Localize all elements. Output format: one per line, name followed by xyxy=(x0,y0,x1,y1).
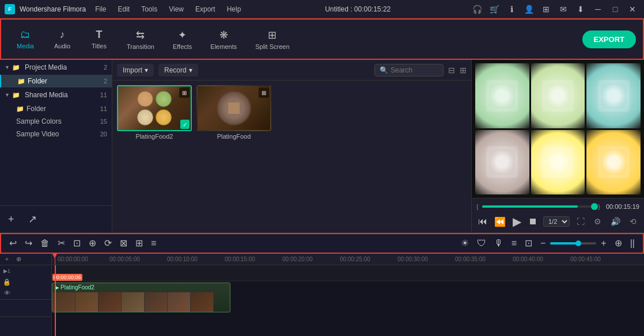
project-media-header[interactable]: ▼ 📁 Project Media 2 xyxy=(0,60,112,75)
fullscreen-button[interactable]: ⛶ xyxy=(574,216,587,227)
shared-media-section: ▼ 📁 Shared Media 11 📁 Folder 11 Sample C… xyxy=(0,87,112,140)
split-button[interactable]: ⊞ xyxy=(132,235,146,251)
tool-titles[interactable]: T Titles xyxy=(82,25,116,53)
zoom-in-button[interactable]: ⊕ xyxy=(85,235,100,251)
cart-icon[interactable]: 🛒 xyxy=(487,2,501,16)
menu-edit[interactable]: Edit xyxy=(113,4,135,14)
keyframe-button[interactable]: ⊡ xyxy=(521,235,536,251)
color-button[interactable]: ≡ xyxy=(147,236,160,251)
crop-button[interactable]: ⊡ xyxy=(70,235,84,251)
media-thumb-platingfood2[interactable]: ⊞ ✓ xyxy=(117,85,192,131)
sidebar-item-project-folder[interactable]: 📁 Folder 2 xyxy=(0,75,112,87)
stop-button[interactable]: ⏹ xyxy=(527,215,539,228)
menu-export[interactable]: Export xyxy=(191,4,220,14)
main-toolbar: 🗂 Media ♪ Audio T Titles ⇆ Transition ✦ … xyxy=(0,18,644,60)
close-button[interactable]: ✕ xyxy=(626,2,639,16)
search-input[interactable] xyxy=(391,66,442,74)
tool-transition[interactable]: ⇆ Transition xyxy=(119,25,162,54)
media-label-platingfood: PlatingFood xyxy=(196,133,271,140)
redo-button[interactable]: ↪ xyxy=(21,235,36,251)
sample-colors-count: 15 xyxy=(100,118,107,125)
sidebar-item-sample-colors[interactable]: Sample Colors 15 xyxy=(0,115,112,128)
media-toolbar: Import ▾ Record ▾ 🔍 ⊟ ⊞ xyxy=(112,60,471,81)
sidebar-action-button[interactable]: ↗ xyxy=(25,211,40,228)
clip-name: PlatingFood2 xyxy=(60,284,94,291)
track-icons: ▶1 🔒 👁 xyxy=(2,266,12,297)
ruler-mark-0: 00:00:00:00 xyxy=(52,256,88,262)
shared-media-header[interactable]: ▼ 📁 Shared Media 11 xyxy=(0,87,112,102)
frame-back-button[interactable]: ⏪ xyxy=(493,215,507,228)
info-icon[interactable]: ℹ xyxy=(505,2,518,16)
rotate-button[interactable]: ⟳ xyxy=(101,235,115,251)
media-thumb-platingfood[interactable]: ⊞ xyxy=(196,85,271,131)
sidebar-item-sample-video[interactable]: Sample Video 20 xyxy=(0,128,112,140)
undo-button[interactable]: ↩ xyxy=(6,235,20,251)
brightness-button[interactable]: ☀ xyxy=(457,235,472,251)
menu-file[interactable]: File xyxy=(90,4,111,14)
zoom-in-timeline[interactable]: + xyxy=(597,236,609,251)
menu-view[interactable]: View xyxy=(164,4,188,14)
progress-handle[interactable] xyxy=(591,203,598,210)
mic-button[interactable]: 🎙 xyxy=(491,236,507,251)
maximize-button[interactable]: □ xyxy=(608,2,622,16)
video-clip-platingfood2[interactable]: ▶ PlatingFood2 xyxy=(52,282,230,312)
shield-button[interactable]: 🛡 xyxy=(473,236,490,251)
clip-frame-3 xyxy=(99,292,122,312)
preview-video xyxy=(472,60,644,198)
record-button[interactable]: Record ▾ xyxy=(158,64,198,77)
export-button[interactable]: EXPORT xyxy=(582,30,636,48)
tool-effects[interactable]: ✦ Effects xyxy=(165,25,200,54)
sidebar-add-button[interactable]: + xyxy=(5,211,18,228)
settings-icon[interactable]: ⚙ xyxy=(592,216,604,227)
add-marker-button[interactable]: + xyxy=(2,254,12,264)
user-icon[interactable]: 👤 xyxy=(522,2,536,16)
tool-audio[interactable]: ♪ Audio xyxy=(45,25,79,53)
zoom-slider[interactable] xyxy=(550,242,596,245)
download-icon[interactable]: ⬇ xyxy=(574,2,588,16)
project-media-count: 2 xyxy=(104,64,107,71)
lock-track-button[interactable]: 🔒 xyxy=(2,277,12,287)
stabilize-button[interactable]: ⊠ xyxy=(116,235,131,251)
sidebar-item-shared-folder[interactable]: 📁 Folder 11 xyxy=(0,102,112,115)
ruler-mark-7: 00:00:35:00 xyxy=(455,256,486,262)
volume-icon[interactable]: 🔊 xyxy=(608,216,623,227)
tool-elements[interactable]: ❋ Elements xyxy=(202,25,245,54)
pause-tracks-button[interactable]: || xyxy=(627,236,638,251)
media-label-platingfood2: PlatingFood2 xyxy=(117,133,192,140)
menu-tools[interactable]: Tools xyxy=(137,4,162,14)
shared-media-folder-icon: 📁 xyxy=(12,91,20,99)
mail-icon[interactable]: ✉ xyxy=(556,2,570,16)
delete-button[interactable]: 🗑 xyxy=(37,236,53,251)
headphone-icon[interactable]: 🎧 xyxy=(470,2,484,16)
zoom-handle[interactable] xyxy=(575,240,581,246)
hide-track-button[interactable]: 👁 xyxy=(2,288,12,297)
speed-select[interactable]: 1/2 1/4 1 xyxy=(543,216,570,227)
media-item-platingfood[interactable]: ⊞ PlatingFood xyxy=(196,85,271,140)
effects-icon: ✦ xyxy=(178,29,187,41)
tool-titles-label: Titles xyxy=(92,43,107,49)
zoom-out-timeline[interactable]: − xyxy=(537,236,549,251)
play-button[interactable]: ▶ xyxy=(512,213,522,230)
title-bar: F Wondershare Filmora File Edit Tools Vi… xyxy=(0,0,644,18)
timeline-tracks: 00:00:00:06 ▶ PlatingFood2 xyxy=(52,265,644,336)
media-item-platingfood2[interactable]: ⊞ ✓ PlatingFood2 xyxy=(117,85,192,140)
progress-bar[interactable] xyxy=(482,205,595,208)
more-options-icon[interactable]: ⟲ xyxy=(627,216,639,227)
timeline-main: + ⊕ ▶1 🔒 👁 00:00:00:00 0 xyxy=(0,254,644,336)
tool-media[interactable]: 🗂 Media xyxy=(8,25,43,53)
minimize-button[interactable]: ─ xyxy=(591,2,605,16)
playhead-row: 00:00:00:06 xyxy=(52,265,644,281)
add-track-button[interactable]: ⊕ xyxy=(611,235,626,251)
tool-splitscreen[interactable]: ⊞ Split Screen xyxy=(247,25,297,54)
filter-icon[interactable]: ⊟ xyxy=(448,66,455,75)
import-button[interactable]: Import ▾ xyxy=(117,64,154,77)
app-icon[interactable]: ⊞ xyxy=(539,2,553,16)
step-back-button[interactable]: ⏮ xyxy=(477,215,488,228)
media-overlay-icon: ⊞ xyxy=(179,87,190,98)
cut-button[interactable]: ✂ xyxy=(54,235,69,251)
titlebar-left: F Wondershare Filmora File Edit Tools Vi… xyxy=(5,4,245,14)
snap-button[interactable]: ⊕ xyxy=(14,254,23,264)
menu-help[interactable]: Help xyxy=(222,4,246,14)
grid-view-icon[interactable]: ⊞ xyxy=(460,66,467,75)
text-button[interactable]: ≡ xyxy=(508,236,520,251)
